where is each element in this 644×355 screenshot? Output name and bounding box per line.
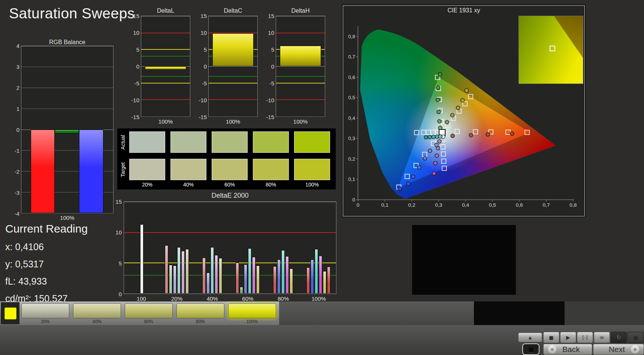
reference-line	[141, 76, 190, 77]
gridline	[21, 88, 113, 88]
next-button-label: Next	[609, 345, 625, 354]
actual-row-label: Actual	[118, 131, 128, 153]
cie-axis-tick-label: 0,2	[348, 156, 355, 162]
measured-point-marker	[411, 175, 415, 179]
loop-icon: [·]	[582, 335, 587, 340]
deltae-bar-group	[159, 202, 194, 294]
continuous-button[interactable]: ∞	[594, 332, 610, 343]
deltae-bar-group	[230, 202, 265, 294]
measured-point-marker	[450, 113, 454, 117]
measured-point-marker	[433, 161, 437, 165]
toolbar-mid-strip	[279, 301, 474, 325]
target-row-label: Target	[118, 159, 128, 180]
swatch-column-label: 80%	[253, 182, 289, 188]
rgb-balance-title: RGB Balance	[21, 39, 114, 46]
actual-swatch	[253, 131, 289, 153]
pattern-swatch-label: 60%	[125, 319, 173, 324]
axis-tick-label: 0	[119, 291, 122, 297]
toolbar-right-strip	[565, 301, 644, 325]
axis-tick-label: 0	[204, 63, 207, 70]
deltae-bar	[244, 264, 247, 294]
axis-tick-label: 10	[200, 30, 207, 36]
deltae-bar	[211, 247, 214, 294]
stop-button[interactable]: ■	[543, 332, 559, 343]
pattern-swatch-button[interactable]	[176, 303, 224, 318]
stop-large-button[interactable]: ■	[522, 343, 539, 355]
deltae-bar	[236, 263, 239, 294]
cie-axis-tick-label: 0,5	[489, 202, 496, 208]
cie-axis-tick-label: 0,7	[543, 202, 550, 208]
swatch-gloss	[73, 304, 121, 318]
axis-tick-label: 5	[119, 260, 122, 266]
measured-point-marker	[417, 166, 421, 169]
deltae-bar	[277, 260, 281, 294]
axis-tick-label: -5	[134, 80, 139, 87]
measured-point-marker	[436, 98, 440, 102]
record-icon: ●	[633, 334, 638, 341]
axis-tick-label: 5	[204, 46, 207, 53]
pattern-swatch-button[interactable]	[73, 303, 121, 318]
loop-section-button[interactable]: [·]	[577, 332, 593, 343]
stop-icon: ■	[549, 335, 553, 340]
gridline	[21, 67, 113, 67]
deltae-bar	[206, 273, 210, 294]
cie-axis-tick-label: 0,3	[348, 136, 355, 141]
axis-tick-label: -5	[269, 80, 274, 87]
black-preview-panel	[412, 225, 516, 295]
pattern-swatch-label: 80%	[176, 319, 224, 324]
measured-point-marker	[465, 89, 469, 92]
cie-axis-tick-label: 0,7	[348, 54, 355, 60]
deltae-bar	[248, 248, 251, 294]
pattern-swatch-button[interactable]	[21, 303, 69, 318]
gridline	[141, 16, 190, 16]
measured-point-marker	[438, 134, 442, 138]
cie-axis-tick-label: 0,3	[435, 202, 442, 208]
deltae-bar	[202, 258, 206, 294]
active-pattern-color	[4, 307, 16, 319]
swatch-column-label: 40%	[170, 182, 206, 188]
deltae-bar	[323, 271, 326, 294]
axis-tick-label: -15	[266, 114, 274, 120]
record-button[interactable]: ●	[628, 332, 644, 343]
rgb-x-label: 100%	[21, 215, 114, 221]
measured-point-marker	[435, 143, 438, 147]
cie-axis-tick-label: 0,5	[348, 95, 355, 100]
actual-target-swatch-table: Actual Target 20%40%60%80%100%	[117, 128, 336, 189]
gridline	[141, 116, 190, 117]
cie-axis-tick-label: 0,1	[381, 202, 388, 208]
cie-axis-tick-label: 0	[353, 197, 356, 203]
target-swatch	[294, 159, 330, 180]
axis-tick-label: 10	[133, 30, 139, 36]
collapse-button[interactable]: ▲	[518, 333, 542, 342]
reference-line	[141, 49, 190, 50]
reference-line	[276, 83, 325, 84]
measured-point-marker	[432, 172, 436, 175]
gridline	[276, 116, 325, 117]
reading-fl: fL: 43,933	[5, 276, 110, 287]
chevrons-right-icon: »	[631, 345, 639, 354]
deltae-bar	[169, 265, 172, 294]
page-title: Saturation Sweeps	[9, 5, 135, 22]
cie-axis-tick-label: 0,6	[516, 202, 523, 208]
deltae-bar-group	[124, 202, 159, 294]
play-button[interactable]: ▶	[560, 332, 576, 343]
deltae-bar	[173, 266, 176, 294]
pattern-swatch-button[interactable]	[125, 303, 173, 318]
back-button[interactable]: « Back	[543, 344, 592, 355]
rgb-balance-plot	[21, 46, 114, 213]
next-button[interactable]: Next »	[593, 344, 644, 355]
refresh-button[interactable]: ↻	[611, 332, 627, 343]
axis-tick-label: -5	[202, 80, 207, 87]
reference-line	[276, 99, 325, 100]
deltac-title: DeltaC	[208, 7, 258, 14]
pattern-swatch-button[interactable]	[228, 303, 276, 318]
cie-axis-tick-label: 0	[357, 202, 360, 208]
deltae-group-label: 40%	[194, 295, 230, 302]
deltae-bar-group	[195, 202, 230, 294]
blue-balance-bar	[79, 130, 103, 213]
deltae-bar	[252, 257, 256, 294]
reference-line	[276, 76, 325, 77]
back-button-label: Back	[562, 345, 580, 354]
measured-point-marker	[423, 157, 427, 160]
deltae-bar	[290, 268, 293, 294]
